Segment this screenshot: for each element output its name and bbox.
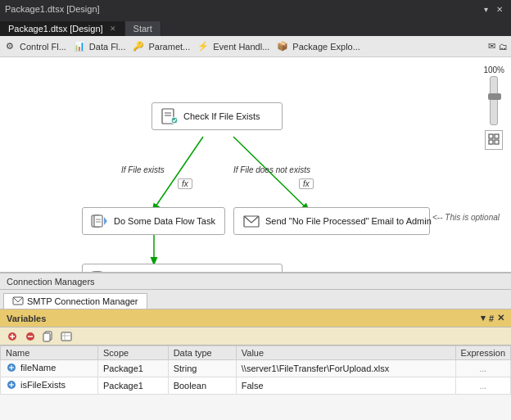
table-row[interactable]: isFileExists Package1 Boolean False ...	[1, 377, 511, 395]
toolbar-right-icons[interactable]: ✉ 🗂	[488, 41, 508, 52]
task-check-file-exists-label: Check If File Exists	[183, 111, 260, 121]
smtp-tab-label: SMTP Connection Manager	[27, 296, 138, 306]
variables-table: Name Scope Data type Value Expression	[0, 345, 511, 420]
zoom-thumb	[488, 93, 501, 100]
variables-header: Variables ▾ # ✕	[0, 309, 511, 327]
title-bar: Package1.dtsx [Design] ▾ ✕	[0, 0, 511, 18]
var-expression-cell: ...	[455, 360, 510, 377]
task-data-flow-label: Do Some Data Flow Task	[114, 216, 215, 226]
var-expression-cell: ...	[455, 377, 510, 395]
mail-icon[interactable]: ✉	[488, 41, 495, 52]
toolbar-control-flow[interactable]: ⚙ Control Fl...	[3, 40, 66, 53]
control-flow-label: Control Fl...	[20, 42, 66, 52]
grid-icon[interactable]: 🗂	[499, 42, 508, 52]
table-row[interactable]: fileName Package1 String \\server1\FileT…	[1, 360, 511, 377]
copy-variable-button[interactable]	[41, 329, 56, 344]
event-handlers-label: Event Handl...	[213, 42, 269, 52]
svg-rect-23	[489, 140, 493, 144]
var-name-cell: fileName	[1, 360, 98, 377]
col-value: Value	[236, 346, 455, 360]
variables-header-right: ▾ # ✕	[481, 313, 504, 323]
choose-variable-button[interactable]	[59, 329, 74, 344]
var-datatype-cell: Boolean	[168, 377, 236, 395]
task-check-file-exists-icon	[161, 107, 179, 125]
connection-managers-label: Connection Managers	[7, 277, 95, 287]
variables-pin-icon[interactable]: ▾	[481, 313, 486, 323]
task-send-email-icon	[242, 212, 260, 230]
control-flow-icon: ⚙	[3, 40, 16, 53]
parameters-icon: 🔑	[132, 40, 145, 53]
col-expression: Expression	[455, 346, 510, 360]
var-datatype-cell: String	[168, 360, 236, 377]
optional-text: <-- This is optional	[432, 213, 500, 222]
fx-label-left: fx	[178, 178, 192, 189]
zoom-fit-button[interactable]	[485, 130, 503, 150]
toolbar-package-explorer[interactable]: 📦 Package Explo...	[276, 40, 360, 53]
zoom-slider[interactable]	[490, 76, 498, 125]
task-send-email[interactable]: Send "No File Processed" Email to Admin	[233, 207, 430, 235]
svg-rect-21	[489, 134, 493, 138]
svg-rect-32	[43, 333, 50, 341]
col-name: Name	[1, 346, 98, 360]
label-if-file-exists: If File exists	[121, 165, 165, 174]
tab-package1-close[interactable]: ✕	[110, 25, 116, 33]
tab-package1[interactable]: Package1.dtsx [Design] ✕	[0, 21, 125, 36]
title-bar-text: Package1.dtsx [Design]	[5, 4, 481, 14]
title-bar-controls: ▾ ✕	[481, 5, 506, 14]
svg-marker-12	[104, 217, 107, 225]
toolbar-event-handlers[interactable]: ⚡ Event Handl...	[197, 40, 269, 53]
bottom-panel: Connection Managers SMTP Connection Mana…	[0, 273, 511, 420]
var-icon	[6, 362, 17, 373]
col-datatype: Data type	[168, 346, 236, 360]
delete-variable-button[interactable]	[23, 329, 38, 344]
var-icon	[6, 379, 17, 391]
svg-rect-24	[495, 140, 499, 144]
design-canvas[interactable]: Check If File Exists If File exists fx I…	[0, 57, 511, 273]
toolbar-parameters[interactable]: 🔑 Paramet...	[132, 40, 190, 53]
task-check-file-exists[interactable]: Check If File Exists	[151, 102, 283, 130]
svg-rect-9	[94, 215, 102, 227]
svg-rect-22	[495, 134, 499, 138]
data-flow-label: Data Fl...	[89, 42, 126, 52]
connection-managers-bar: Connection Managers	[0, 273, 511, 290]
add-variable-button[interactable]	[5, 329, 20, 344]
toolbar-data-flow[interactable]: 📊 Data Fl...	[73, 40, 126, 53]
variables-data-table: Name Scope Data type Value Expression	[0, 345, 511, 395]
package-explorer-icon: 📦	[276, 40, 289, 53]
task-move-file-icon	[91, 269, 109, 273]
package-explorer-label: Package Explo...	[292, 42, 360, 52]
task-data-flow[interactable]: Do Some Data Flow Task	[82, 207, 225, 235]
close-button[interactable]: ✕	[493, 5, 506, 14]
var-name-cell: isFileExists	[1, 377, 98, 395]
variables-panel: Variables ▾ # ✕	[0, 309, 511, 420]
data-flow-icon: 📊	[73, 40, 86, 53]
variables-title: Variables	[7, 314, 46, 323]
task-send-email-label: Send "No File Processed" Email to Admin	[265, 216, 432, 226]
main-area: Check If File Exists If File exists fx I…	[0, 57, 511, 420]
var-value-cell: \\server1\FileTransfer\ForUpload.xlsx	[236, 360, 455, 377]
parameters-label: Paramet...	[148, 42, 190, 52]
var-scope-cell: Package1	[97, 360, 168, 377]
zoom-control: 100%	[483, 65, 504, 150]
svg-rect-15	[94, 272, 102, 273]
variables-toolbar	[0, 327, 511, 345]
variables-close-icon[interactable]: ✕	[497, 313, 504, 323]
task-move-file[interactable]: Move processed file to Processed folder	[82, 264, 283, 273]
col-scope: Scope	[97, 346, 168, 360]
main-toolbar: ⚙ Control Fl... 📊 Data Fl... 🔑 Paramet..…	[0, 36, 511, 57]
event-handlers-icon: ⚡	[197, 40, 210, 53]
tab-bar: Package1.dtsx [Design] ✕ Start	[0, 18, 511, 36]
svg-rect-14	[92, 272, 100, 273]
smtp-icon	[12, 296, 24, 307]
tab-start-label: Start	[133, 24, 152, 34]
task-data-flow-icon	[91, 212, 109, 230]
var-value-cell: False	[236, 377, 455, 395]
smtp-connection-tab[interactable]: SMTP Connection Manager	[3, 293, 147, 309]
label-if-file-not-exists: If File does not exists	[233, 165, 310, 174]
fx-label-right: fx	[299, 178, 314, 189]
var-scope-cell: Package1	[97, 377, 168, 395]
tab-start[interactable]: Start	[125, 21, 161, 36]
tab-package1-label: Package1.dtsx [Design]	[8, 24, 103, 34]
variables-window-icon[interactable]: #	[489, 314, 494, 323]
pin-button[interactable]: ▾	[481, 5, 491, 14]
